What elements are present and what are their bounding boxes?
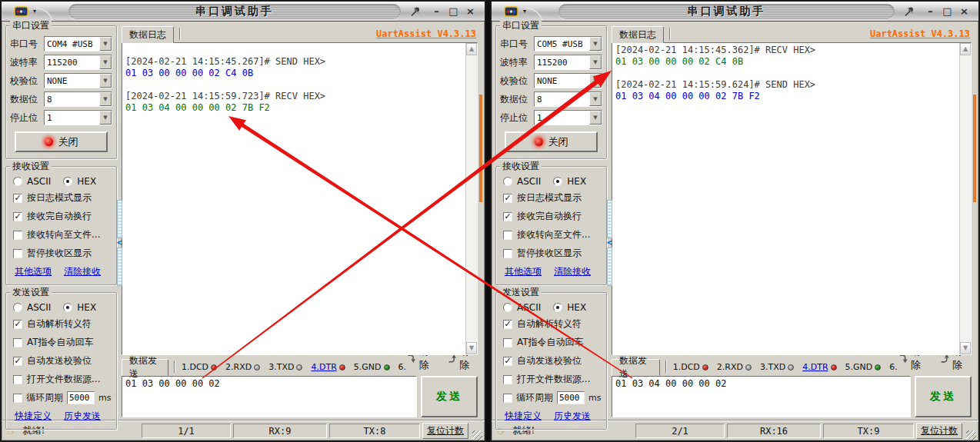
dropdown-arrow-icon[interactable]: ▼ <box>99 37 112 51</box>
panel-link[interactable]: 快捷定义 <box>505 410 542 423</box>
minimize-button[interactable]: – <box>924 5 937 18</box>
checkbox[interactable] <box>503 194 512 203</box>
dropdown[interactable]: NONE ▼ <box>44 73 112 88</box>
dropdown-arrow-icon[interactable]: ▼ <box>589 55 602 69</box>
app-menu[interactable]: ▾ <box>504 6 526 17</box>
dropdown-arrow-icon[interactable]: ▼ <box>589 111 602 125</box>
option-row[interactable]: AT指令自动回车 <box>503 336 602 349</box>
checkbox[interactable] <box>13 249 22 258</box>
scroll-down-icon[interactable]: ▼ <box>466 342 477 354</box>
version-link[interactable]: UartAssist V4.3.13 <box>376 28 478 39</box>
option-row[interactable]: 按日志模式显示 <box>503 191 602 204</box>
reset-counter-button[interactable]: 复位计数 <box>916 423 962 439</box>
hex-radio[interactable] <box>63 303 72 312</box>
tab-data-log[interactable]: 数据日志 <box>612 26 664 43</box>
checkbox[interactable] <box>503 320 512 329</box>
option-row[interactable]: AT指令自动回车 <box>13 336 112 349</box>
dropdown-arrow-icon[interactable]: ▼ <box>99 92 112 106</box>
checkbox[interactable] <box>503 357 512 366</box>
tab-data-send[interactable]: 数据发送 <box>612 359 660 376</box>
option-row[interactable]: 打开文件数据源... <box>13 373 112 386</box>
dropdown[interactable]: COM4 #USB ▼ <box>44 36 112 52</box>
option-row[interactable]: 按日志模式显示 <box>13 191 112 204</box>
window-edge-scroll-thumb[interactable] <box>479 95 482 202</box>
tab-data-log[interactable]: 数据日志 <box>122 26 174 43</box>
scroll-down-icon[interactable]: ▼ <box>960 342 971 354</box>
dropdown-arrow-icon[interactable]: ▼ <box>99 55 112 69</box>
panel-link[interactable]: 清除接收 <box>64 265 101 278</box>
checkbox[interactable] <box>13 194 22 203</box>
resize-grip[interactable] <box>472 430 482 440</box>
option-row[interactable]: 自动发送校验位 <box>503 354 602 367</box>
version-link[interactable]: UartAssist V4.3.13 <box>870 28 972 39</box>
option-row[interactable]: 暂停接收区显示 <box>503 247 602 260</box>
send-button[interactable]: 发送 <box>421 376 478 417</box>
option-row[interactable]: 接收转向至文件... <box>503 228 602 241</box>
maximize-button[interactable]: □ <box>941 5 954 18</box>
option-row[interactable]: 自动解析转义符 <box>13 317 112 331</box>
checkbox[interactable] <box>13 212 22 221</box>
dropdown-arrow-icon[interactable]: ▼ <box>99 111 112 125</box>
log-scrollbar[interactable]: ▲ ▼ <box>959 43 971 354</box>
ascii-radio[interactable] <box>13 303 22 312</box>
dropdown-arrow-icon[interactable]: ▼ <box>589 74 602 88</box>
option-row[interactable]: 自动解析转义符 <box>503 317 602 331</box>
checkbox[interactable] <box>503 249 512 258</box>
dropdown[interactable]: 1 ▼ <box>44 110 112 125</box>
panel-link[interactable]: 其他选项 <box>505 265 542 278</box>
checkbox[interactable] <box>13 320 22 329</box>
ascii-radio[interactable] <box>503 303 512 312</box>
hex-radio[interactable] <box>553 177 562 186</box>
scroll-up-icon[interactable]: ▲ <box>466 43 477 55</box>
panel-link[interactable]: 清除接收 <box>554 265 591 278</box>
minimize-button[interactable]: – <box>430 5 443 18</box>
panel-link[interactable]: 快捷定义 <box>15 410 52 423</box>
checkbox[interactable] <box>13 338 22 347</box>
panel-link[interactable]: 其他选项 <box>15 265 52 278</box>
pin-button[interactable] <box>407 6 424 17</box>
ascii-radio[interactable] <box>13 177 22 186</box>
cycle-checkbox[interactable] <box>503 394 512 403</box>
cycle-checkbox[interactable] <box>13 394 22 403</box>
hex-radio[interactable] <box>553 303 562 312</box>
option-row[interactable]: 暂停接收区显示 <box>13 247 112 260</box>
checkbox[interactable] <box>13 375 22 384</box>
open-close-port-button[interactable]: 关闭 <box>505 131 598 152</box>
checkbox[interactable] <box>503 375 512 384</box>
open-close-port-button[interactable]: 关闭 <box>15 131 108 152</box>
close-window-button[interactable]: × <box>464 5 477 18</box>
scroll-up-icon[interactable]: ▲ <box>960 43 971 55</box>
panel-collapse-handle[interactable]: < <box>606 200 613 286</box>
close-window-button[interactable]: × <box>958 5 971 18</box>
panel-link[interactable]: 历史发送 <box>64 410 101 423</box>
send-input[interactable]: 01 03 04 00 00 00 02 <box>612 376 911 417</box>
dropdown[interactable]: 1 ▼ <box>534 110 602 125</box>
checkbox[interactable] <box>13 231 22 240</box>
option-row[interactable]: 自动发送校验位 <box>13 354 112 367</box>
checkbox[interactable] <box>503 338 512 347</box>
hex-radio[interactable] <box>63 177 72 186</box>
dropdown[interactable]: COM5 #USB ▼ <box>534 36 602 52</box>
panel-collapse-handle[interactable]: < <box>116 200 123 286</box>
option-row[interactable]: 接收完自动换行 <box>13 210 112 223</box>
checkbox[interactable] <box>13 357 22 366</box>
panel-link[interactable]: 历史发送 <box>554 410 591 423</box>
dropdown[interactable]: 8 ▼ <box>534 91 602 107</box>
dropdown[interactable]: 8 ▼ <box>44 91 112 107</box>
send-button[interactable]: 发送 <box>915 376 972 417</box>
option-row[interactable]: 接收转向至文件... <box>13 228 112 241</box>
cycle-period-input[interactable] <box>557 391 585 404</box>
reset-counter-button[interactable]: 复位计数 <box>422 423 468 439</box>
dropdown-arrow-icon[interactable]: ▼ <box>99 74 112 88</box>
dropdown-arrow-icon[interactable]: ▼ <box>589 37 602 51</box>
dropdown[interactable]: 115200 ▼ <box>534 55 602 70</box>
resize-grip[interactable] <box>966 430 976 440</box>
maximize-button[interactable]: □ <box>447 5 460 18</box>
log-scrollbar[interactable]: ▲ ▼ <box>465 43 477 354</box>
dropdown-arrow-icon[interactable]: ▼ <box>589 92 602 106</box>
ascii-radio[interactable] <box>503 177 512 186</box>
checkbox[interactable] <box>503 212 512 221</box>
pin-button[interactable] <box>901 6 918 17</box>
dropdown[interactable]: 115200 ▼ <box>44 55 112 70</box>
option-row[interactable]: 接收完自动换行 <box>503 210 602 223</box>
